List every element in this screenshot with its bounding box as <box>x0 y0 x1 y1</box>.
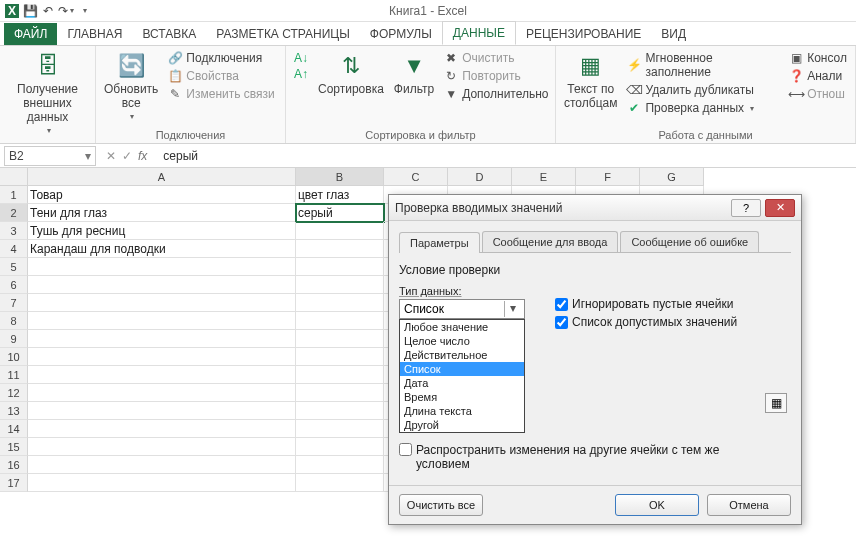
cell[interactable] <box>296 348 384 366</box>
cell[interactable] <box>296 474 384 492</box>
cell[interactable] <box>296 312 384 330</box>
row-header[interactable]: 4 <box>0 240 28 258</box>
remove-duplicates-button[interactable]: ⌫Удалить дубликаты <box>625 82 755 98</box>
cell[interactable]: Тушь для ресниц <box>28 222 296 240</box>
cell[interactable] <box>28 258 296 276</box>
flash-fill-button[interactable]: ⚡Мгновенное заполнение <box>625 50 781 80</box>
cell[interactable] <box>28 330 296 348</box>
ignore-blank-checkbox[interactable]: Игнорировать пустые ячейки <box>555 297 737 311</box>
combo-option[interactable]: Целое число <box>400 334 524 348</box>
col-header[interactable]: F <box>576 168 640 186</box>
col-header[interactable]: D <box>448 168 512 186</box>
cell[interactable] <box>28 312 296 330</box>
cell[interactable] <box>296 402 384 420</box>
clear-all-button[interactable]: Очистить все <box>399 494 483 516</box>
cell[interactable] <box>28 474 296 492</box>
dialog-tab-settings[interactable]: Параметры <box>399 232 480 253</box>
cell[interactable] <box>296 240 384 258</box>
cell[interactable]: цвет глаз <box>296 186 384 204</box>
cell[interactable] <box>28 366 296 384</box>
redo-icon[interactable]: ↷ <box>58 3 74 19</box>
whatif-button[interactable]: ❓Анали <box>787 68 844 84</box>
row-header[interactable]: 10 <box>0 348 28 366</box>
cancel-formula-icon[interactable]: ✕ <box>106 149 116 163</box>
consolidate-button[interactable]: ▣Консол <box>787 50 849 66</box>
cell[interactable] <box>28 384 296 402</box>
row-header[interactable]: 8 <box>0 312 28 330</box>
cell[interactable] <box>296 456 384 474</box>
tab-review[interactable]: РЕЦЕНЗИРОВАНИЕ <box>516 23 651 45</box>
text-to-columns-button[interactable]: ▦ Текст по столбцам <box>562 50 619 112</box>
cell[interactable] <box>296 420 384 438</box>
help-button[interactable]: ? <box>731 199 761 217</box>
col-header[interactable]: C <box>384 168 448 186</box>
cell[interactable] <box>28 348 296 366</box>
combo-option[interactable]: Дата <box>400 376 524 390</box>
cell[interactable] <box>296 258 384 276</box>
tab-insert[interactable]: ВСТАВКА <box>132 23 206 45</box>
col-header[interactable]: A <box>28 168 296 186</box>
cell[interactable] <box>28 294 296 312</box>
sort-button[interactable]: ⇅ Сортировка <box>316 50 386 98</box>
sort-asc-button[interactable]: A↓ <box>292 50 310 66</box>
cell[interactable] <box>28 276 296 294</box>
combo-option[interactable]: Время <box>400 390 524 404</box>
cell[interactable] <box>28 420 296 438</box>
row-header[interactable]: 6 <box>0 276 28 294</box>
advanced-filter-button[interactable]: ▼Дополнительно <box>442 86 550 102</box>
row-header[interactable]: 2 <box>0 204 28 222</box>
select-all-corner[interactable] <box>0 168 28 186</box>
cell[interactable] <box>296 438 384 456</box>
dropdown-icon[interactable]: ▾ <box>85 149 91 163</box>
row-header[interactable]: 14 <box>0 420 28 438</box>
col-header[interactable]: G <box>640 168 704 186</box>
propagate-checkbox[interactable]: Распространить изменения на другие ячейк… <box>399 443 791 471</box>
combo-option[interactable]: Другой <box>400 418 524 432</box>
tab-file[interactable]: ФАЙЛ <box>4 23 57 45</box>
row-header[interactable]: 11 <box>0 366 28 384</box>
incell-dropdown-checkbox[interactable]: Список допустимых значений <box>555 315 737 329</box>
col-header[interactable]: E <box>512 168 576 186</box>
undo-icon[interactable]: ↶ <box>40 3 56 19</box>
cell[interactable] <box>296 366 384 384</box>
type-combo[interactable]: Список ▾ <box>399 299 525 319</box>
row-header[interactable]: 13 <box>0 402 28 420</box>
connections-button[interactable]: 🔗Подключения <box>166 50 264 66</box>
ok-button[interactable]: OK <box>615 494 699 516</box>
dialog-titlebar[interactable]: Проверка вводимых значений ? ✕ <box>389 195 801 221</box>
row-header[interactable]: 1 <box>0 186 28 204</box>
cell[interactable]: Товар <box>28 186 296 204</box>
cell[interactable] <box>296 294 384 312</box>
fx-icon[interactable]: fx <box>138 149 147 163</box>
row-header[interactable]: 17 <box>0 474 28 492</box>
checkbox-input[interactable] <box>555 316 568 329</box>
cell[interactable]: Карандаш для подводки <box>28 240 296 258</box>
tab-data[interactable]: ДАННЫЕ <box>442 21 516 45</box>
name-box[interactable]: B2 ▾ <box>4 146 96 166</box>
combo-option[interactable]: Список <box>400 362 524 376</box>
close-button[interactable]: ✕ <box>765 199 795 217</box>
cell[interactable] <box>296 222 384 240</box>
combo-option[interactable]: Действительное <box>400 348 524 362</box>
accept-formula-icon[interactable]: ✓ <box>122 149 132 163</box>
formula-input[interactable]: серый <box>159 149 856 163</box>
get-external-data-button[interactable]: 🗄 Получение внешних данных <box>6 50 89 137</box>
row-header[interactable]: 7 <box>0 294 28 312</box>
row-header[interactable]: 16 <box>0 456 28 474</box>
data-validation-button[interactable]: ✔Проверка данных <box>625 100 756 116</box>
tab-layout[interactable]: РАЗМЕТКА СТРАНИЦЫ <box>206 23 360 45</box>
tab-formulas[interactable]: ФОРМУЛЫ <box>360 23 442 45</box>
row-header[interactable]: 9 <box>0 330 28 348</box>
cell[interactable] <box>296 276 384 294</box>
row-header[interactable]: 5 <box>0 258 28 276</box>
cell[interactable] <box>28 438 296 456</box>
cell[interactable] <box>28 456 296 474</box>
dialog-tab-inputmsg[interactable]: Сообщение для ввода <box>482 231 619 252</box>
row-header[interactable]: 12 <box>0 384 28 402</box>
combo-option[interactable]: Любое значение <box>400 320 524 334</box>
cell[interactable] <box>296 330 384 348</box>
cell[interactable] <box>28 402 296 420</box>
col-header[interactable]: B <box>296 168 384 186</box>
refresh-all-button[interactable]: 🔄 Обновить все <box>102 50 160 123</box>
sort-desc-button[interactable]: A↑ <box>292 66 310 82</box>
